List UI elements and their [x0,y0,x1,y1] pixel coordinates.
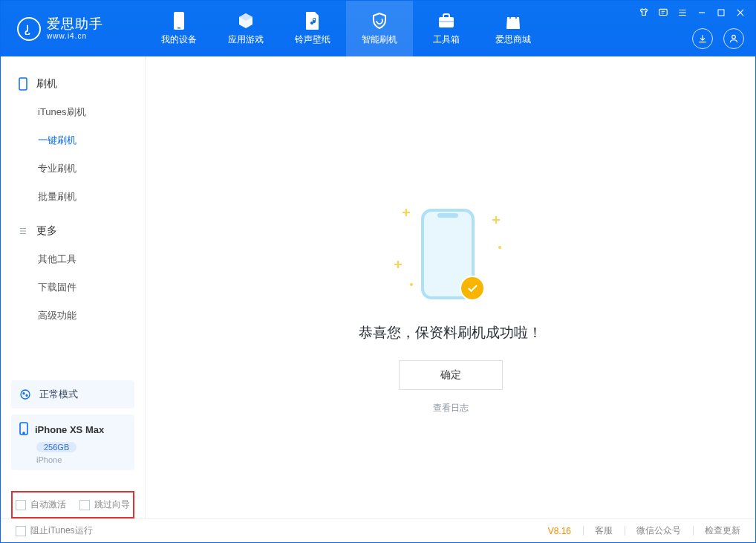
sidebar-group-more[interactable]: 更多 [1,217,145,245]
ok-button[interactable]: 确定 [399,360,503,390]
nav-ringtones[interactable]: 铃声壁纸 [279,1,346,56]
skip-wizard-label: 跳过向导 [94,498,130,511]
block-itunes-label: 阻止iTunes运行 [30,524,93,537]
phone-icon [170,12,188,30]
svg-point-9 [23,393,25,394]
auto-activate-checkbox[interactable] [16,500,26,510]
nav-apps-label: 应用游戏 [228,33,264,46]
sidebar-group-flash-label: 刷机 [36,77,57,91]
svg-rect-1 [177,27,180,29]
svg-rect-4 [659,9,668,15]
download-button[interactable] [692,28,713,49]
svg-rect-7 [19,78,27,90]
music-file-icon [304,12,322,30]
check-badge-icon [460,276,485,301]
device-capacity: 256GB [36,442,76,452]
sidebar-item-pro-flash[interactable]: 专业刷机 [1,155,145,183]
nav-store[interactable]: 爱思商城 [480,1,547,56]
header-right-buttons [692,28,744,49]
sidebar-item-itunes-flash[interactable]: iTunes刷机 [1,98,145,126]
highlighted-options: 自动激活 跳过向导 [11,491,134,518]
nav-toolbox-label: 工具箱 [433,33,460,46]
app-title: 爱思助手 [47,17,103,32]
success-illustration [399,201,503,305]
mode-label: 正常模式 [39,388,78,401]
svg-point-8 [21,390,30,399]
nav-my-device[interactable]: 我的设备 [146,1,212,56]
svg-point-12 [23,432,25,434]
app-subtitle: www.i4.cn [47,32,103,40]
svg-rect-3 [439,21,454,22]
svg-rect-0 [174,12,184,30]
footer: 阻止iTunes运行 V8.16 客服 微信公众号 检查更新 [1,518,755,542]
nav-smart-flash-label: 智能刷机 [362,33,397,46]
svg-point-10 [26,394,27,396]
list-icon [17,225,29,237]
nav-apps[interactable]: 应用游戏 [212,1,279,56]
nav-store-label: 爱思商城 [495,33,531,46]
titlebar-controls [638,7,746,19]
menu-icon[interactable] [677,7,688,19]
toolbox-icon [437,12,455,30]
sidebar-item-download-fw[interactable]: 下载固件 [1,273,145,302]
tshirt-icon[interactable] [638,7,650,19]
top-nav: 我的设备 应用游戏 铃声壁纸 智能刷机 工具箱 爱思商城 [146,1,547,56]
cube-icon [237,12,255,30]
shield-refresh-icon [371,12,388,30]
nav-smart-flash[interactable]: 智能刷机 [346,1,413,56]
mode-card[interactable]: 正常模式 [11,380,134,409]
close-icon[interactable] [734,7,746,19]
auto-activate-label: 自动激活 [30,498,66,511]
version-label: V8.16 [548,526,571,536]
sparkle-icon [492,216,500,224]
nav-ringtones-label: 铃声壁纸 [295,33,330,46]
minimize-icon[interactable] [696,7,708,19]
sidebar-item-one-key-flash[interactable]: 一键刷机 [1,126,145,155]
sparkle-icon [403,209,410,216]
device-small-icon [19,422,29,438]
sidebar-item-other-tools[interactable]: 其他工具 [1,245,145,273]
logo[interactable]: 爱思助手 www.i4.cn [1,17,146,41]
device-icon [17,78,29,90]
mode-icon [19,388,32,401]
sparkle-icon [394,261,402,268]
check-update-link[interactable]: 检查更新 [693,524,740,537]
block-itunes-checkbox[interactable] [16,526,26,536]
feedback-icon[interactable] [657,7,669,19]
user-button[interactable] [723,28,744,49]
header: 爱思助手 www.i4.cn 我的设备 应用游戏 铃声壁纸 智能刷机 [1,1,755,56]
sidebar-item-batch-flash[interactable]: 批量刷机 [1,183,145,211]
dot-icon [410,283,413,286]
app-window: 爱思助手 www.i4.cn 我的设备 应用游戏 铃声壁纸 智能刷机 [0,0,756,543]
skip-wizard-checkbox[interactable] [79,500,90,510]
sidebar-item-advanced[interactable]: 高级功能 [1,302,145,330]
device-name: iPhone XS Max [35,424,104,435]
success-message: 恭喜您，保资料刷机成功啦！ [359,323,542,342]
svg-rect-5 [718,10,724,16]
bag-icon [504,12,522,30]
logo-mark-icon [17,17,41,41]
body: 刷机 iTunes刷机 一键刷机 专业刷机 批量刷机 更多 其他工具 下载固件 … [1,56,755,518]
sidebar-group-more-label: 更多 [36,224,57,238]
wechat-link[interactable]: 微信公众号 [625,524,681,537]
main-content: 恭喜您，保资料刷机成功啦！ 确定 查看日志 [146,56,755,518]
maximize-icon[interactable] [715,7,727,19]
device-type: iPhone [36,455,127,464]
nav-toolbox[interactable]: 工具箱 [413,1,480,56]
device-card[interactable]: iPhone XS Max 256GB iPhone [11,414,134,470]
sidebar-bottom: 正常模式 iPhone XS Max 256GB iPhone 自动激活 跳过向… [1,374,145,518]
svg-point-6 [732,35,736,39]
dot-icon [498,246,501,249]
sidebar: 刷机 iTunes刷机 一键刷机 专业刷机 批量刷机 更多 其他工具 下载固件 … [1,56,146,518]
nav-my-device-label: 我的设备 [161,33,197,46]
sidebar-group-flash[interactable]: 刷机 [1,70,145,98]
view-log-link[interactable]: 查看日志 [433,402,469,414]
support-link[interactable]: 客服 [583,524,613,537]
